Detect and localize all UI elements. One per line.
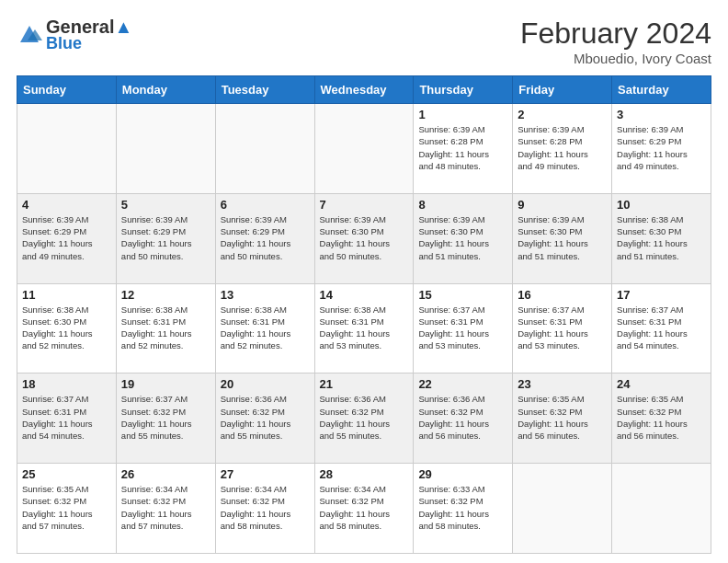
calendar-cell: 21Sunrise: 6:36 AMSunset: 6:32 PMDayligh… [314, 373, 414, 464]
calendar-cell: 17Sunrise: 6:37 AMSunset: 6:31 PMDayligh… [612, 283, 711, 373]
day-info: Sunrise: 6:36 AMSunset: 6:32 PMDaylight:… [418, 393, 507, 442]
day-number: 21 [320, 377, 409, 391]
day-info: Sunrise: 6:34 AMSunset: 6:32 PMDaylight:… [121, 483, 210, 532]
day-number: 13 [221, 288, 310, 302]
day-number: 14 [320, 288, 409, 302]
calendar-cell: 25Sunrise: 6:35 AMSunset: 6:32 PMDayligh… [17, 464, 117, 554]
day-number: 10 [617, 198, 706, 212]
day-info: Sunrise: 6:39 AMSunset: 6:30 PMDaylight:… [418, 213, 507, 262]
calendar-cell: 23Sunrise: 6:35 AMSunset: 6:32 PMDayligh… [513, 373, 612, 464]
calendar-cell: 29Sunrise: 6:33 AMSunset: 6:32 PMDayligh… [414, 464, 513, 554]
day-info: Sunrise: 6:34 AMSunset: 6:32 PMDaylight:… [221, 483, 310, 532]
day-info: Sunrise: 6:37 AMSunset: 6:31 PMDaylight:… [518, 304, 607, 352]
calendar-cell: 15Sunrise: 6:37 AMSunset: 6:31 PMDayligh… [414, 283, 513, 373]
calendar-cell [116, 104, 215, 194]
day-info: Sunrise: 6:38 AMSunset: 6:31 PMDaylight:… [121, 304, 210, 352]
calendar-header-row: SundayMondayTuesdayWednesdayThursdayFrid… [17, 76, 711, 104]
day-info: Sunrise: 6:38 AMSunset: 6:30 PMDaylight:… [617, 213, 706, 262]
calendar-header-tuesday: Tuesday [215, 76, 314, 104]
day-info: Sunrise: 6:37 AMSunset: 6:31 PMDaylight:… [22, 393, 111, 442]
calendar-cell [513, 464, 612, 554]
day-number: 28 [320, 467, 409, 481]
location: Mbouedio, Ivory Coast [520, 51, 711, 66]
calendar-week-5: 25Sunrise: 6:35 AMSunset: 6:32 PMDayligh… [17, 464, 711, 554]
calendar-cell: 22Sunrise: 6:36 AMSunset: 6:32 PMDayligh… [414, 373, 513, 464]
calendar-cell: 8Sunrise: 6:39 AMSunset: 6:30 PMDaylight… [414, 193, 513, 283]
day-number: 11 [22, 288, 111, 302]
day-number: 3 [617, 108, 706, 121]
calendar-cell [17, 104, 117, 194]
header: General▲ Blue February 2024 Mbouedio, Iv… [17, 17, 711, 66]
calendar-cell: 19Sunrise: 6:37 AMSunset: 6:32 PMDayligh… [116, 373, 215, 464]
day-number: 16 [518, 288, 607, 302]
calendar-header-thursday: Thursday [414, 76, 513, 104]
day-info: Sunrise: 6:39 AMSunset: 6:28 PMDaylight:… [418, 123, 507, 172]
day-info: Sunrise: 6:35 AMSunset: 6:32 PMDaylight:… [518, 393, 607, 442]
day-number: 19 [121, 377, 210, 391]
day-number: 22 [418, 377, 507, 391]
page: General▲ Blue February 2024 Mbouedio, Iv… [0, 0, 728, 563]
day-info: Sunrise: 6:39 AMSunset: 6:29 PMDaylight:… [121, 213, 210, 262]
day-info: Sunrise: 6:39 AMSunset: 6:28 PMDaylight:… [518, 123, 607, 172]
day-number: 8 [418, 198, 507, 212]
day-number: 23 [518, 377, 607, 391]
day-number: 9 [518, 198, 607, 212]
calendar-cell: 26Sunrise: 6:34 AMSunset: 6:32 PMDayligh… [116, 464, 215, 554]
calendar-table: SundayMondayTuesdayWednesdayThursdayFrid… [17, 75, 711, 554]
day-number: 26 [121, 467, 210, 481]
calendar-cell: 11Sunrise: 6:38 AMSunset: 6:30 PMDayligh… [17, 283, 117, 373]
day-info: Sunrise: 6:37 AMSunset: 6:32 PMDaylight:… [121, 393, 210, 442]
day-info: Sunrise: 6:37 AMSunset: 6:31 PMDaylight:… [418, 304, 507, 352]
calendar-cell: 14Sunrise: 6:38 AMSunset: 6:31 PMDayligh… [314, 283, 414, 373]
calendar-cell: 5Sunrise: 6:39 AMSunset: 6:29 PMDaylight… [116, 193, 215, 283]
day-number: 1 [418, 108, 507, 121]
calendar-header-sunday: Sunday [17, 76, 117, 104]
day-number: 5 [121, 198, 210, 212]
day-number: 25 [22, 467, 111, 481]
calendar-cell [612, 464, 711, 554]
day-info: Sunrise: 6:38 AMSunset: 6:31 PMDaylight:… [221, 304, 310, 352]
day-info: Sunrise: 6:39 AMSunset: 6:29 PMDaylight:… [221, 213, 310, 262]
day-info: Sunrise: 6:34 AMSunset: 6:32 PMDaylight:… [320, 483, 409, 532]
day-number: 6 [221, 198, 310, 212]
day-number: 17 [617, 288, 706, 302]
day-info: Sunrise: 6:38 AMSunset: 6:30 PMDaylight:… [22, 304, 111, 352]
calendar-cell [215, 104, 314, 194]
logo: General▲ Blue [17, 17, 132, 53]
calendar-cell: 28Sunrise: 6:34 AMSunset: 6:32 PMDayligh… [314, 464, 414, 554]
title-block: February 2024 Mbouedio, Ivory Coast [520, 17, 711, 66]
calendar-week-1: 1Sunrise: 6:39 AMSunset: 6:28 PMDaylight… [17, 104, 711, 194]
calendar-cell: 24Sunrise: 6:35 AMSunset: 6:32 PMDayligh… [612, 373, 711, 464]
calendar-header-friday: Friday [513, 76, 612, 104]
day-info: Sunrise: 6:36 AMSunset: 6:32 PMDaylight:… [320, 393, 409, 442]
day-number: 12 [121, 288, 210, 302]
calendar-header-monday: Monday [116, 76, 215, 104]
day-info: Sunrise: 6:35 AMSunset: 6:32 PMDaylight:… [617, 393, 706, 442]
day-number: 4 [22, 198, 111, 212]
calendar-cell: 20Sunrise: 6:36 AMSunset: 6:32 PMDayligh… [215, 373, 314, 464]
calendar-cell: 6Sunrise: 6:39 AMSunset: 6:29 PMDaylight… [215, 193, 314, 283]
day-info: Sunrise: 6:39 AMSunset: 6:30 PMDaylight:… [320, 213, 409, 262]
calendar-cell: 4Sunrise: 6:39 AMSunset: 6:29 PMDaylight… [17, 193, 117, 283]
day-number: 2 [518, 108, 607, 121]
calendar-cell: 7Sunrise: 6:39 AMSunset: 6:30 PMDaylight… [314, 193, 414, 283]
day-number: 24 [617, 377, 706, 391]
calendar-header-saturday: Saturday [612, 76, 711, 104]
calendar-cell: 13Sunrise: 6:38 AMSunset: 6:31 PMDayligh… [215, 283, 314, 373]
day-info: Sunrise: 6:35 AMSunset: 6:32 PMDaylight:… [22, 483, 111, 532]
calendar-cell: 10Sunrise: 6:38 AMSunset: 6:30 PMDayligh… [612, 193, 711, 283]
day-number: 27 [221, 467, 310, 481]
day-info: Sunrise: 6:36 AMSunset: 6:32 PMDaylight:… [221, 393, 310, 442]
day-number: 29 [418, 467, 507, 481]
month-year: February 2024 [520, 17, 711, 51]
calendar-week-2: 4Sunrise: 6:39 AMSunset: 6:29 PMDaylight… [17, 193, 711, 283]
day-number: 20 [221, 377, 310, 391]
calendar-week-4: 18Sunrise: 6:37 AMSunset: 6:31 PMDayligh… [17, 373, 711, 464]
day-number: 18 [22, 377, 111, 391]
calendar-cell: 2Sunrise: 6:39 AMSunset: 6:28 PMDaylight… [513, 104, 612, 194]
calendar-cell: 16Sunrise: 6:37 AMSunset: 6:31 PMDayligh… [513, 283, 612, 373]
calendar-cell: 9Sunrise: 6:39 AMSunset: 6:30 PMDaylight… [513, 193, 612, 283]
calendar-cell [314, 104, 414, 194]
calendar-cell: 1Sunrise: 6:39 AMSunset: 6:28 PMDaylight… [414, 104, 513, 194]
calendar-cell: 12Sunrise: 6:38 AMSunset: 6:31 PMDayligh… [116, 283, 215, 373]
